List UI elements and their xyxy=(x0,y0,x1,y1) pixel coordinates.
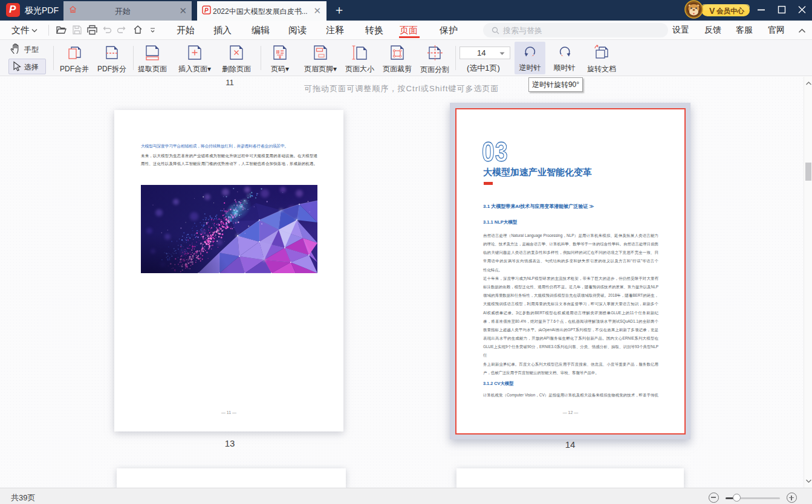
svg-text:V: V xyxy=(709,6,715,16)
svg-text:会员中心: 会员中心 xyxy=(716,7,745,15)
svg-text:P: P xyxy=(204,7,209,14)
